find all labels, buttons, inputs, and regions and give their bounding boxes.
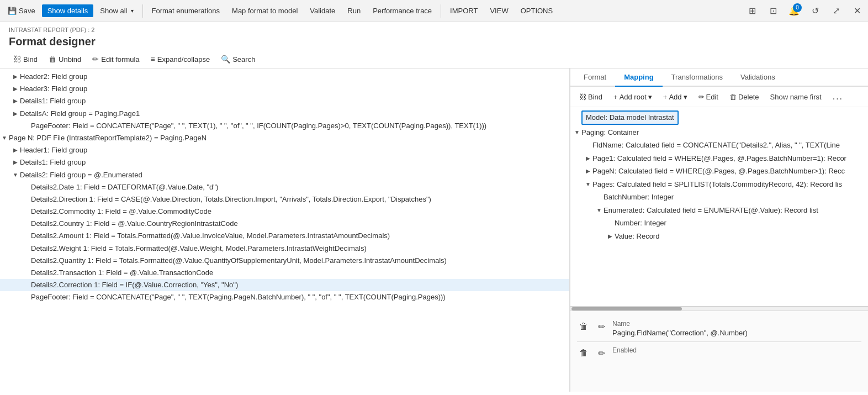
left-tree-item-details2_trans[interactable]: Details2.Transaction 1: Field = @.Value.… [0,267,569,279]
performance-trace-button[interactable]: Performance trace [367,4,437,17]
tab-format[interactable]: Format [575,69,615,87]
more-button[interactable]: ... [828,90,848,103]
expander-details2_dir[interactable] [22,194,31,196]
grid-icon-button[interactable]: ⊞ [743,2,761,20]
refresh-button[interactable]: ↺ [806,2,824,20]
right-expander-value[interactable]: ▶ [606,231,615,240]
left-tree-item-pagefooter2[interactable]: PageFooter: Field = CONCATENATE("Page", … [0,291,569,303]
right-expander-page1[interactable]: ▶ [584,153,592,162]
tab-transformations[interactable]: Transformations [663,69,732,87]
expander-details2_weight[interactable] [22,244,31,245]
right-expander-pages[interactable]: ▼ [584,179,592,188]
left-tree-item-details2_dir[interactable]: Details2.Direction 1: Field = CASE(@.Val… [0,193,569,206]
import-button[interactable]: IMPORT [444,4,483,17]
notification-badge: 0 [793,3,802,12]
right-tree-item-fldname[interactable]: FldName: Calculated field = CONCATENATE(… [570,139,868,152]
expander-details2_date[interactable] [22,182,31,183]
right-tree-item-value[interactable]: ▶Value: Record [570,230,868,243]
expander-pagefooter1[interactable] [22,121,31,122]
right-expander-paging[interactable]: ▼ [573,127,581,136]
expander-pagefooter2[interactable] [22,292,31,293]
search-button[interactable]: 🔍 Search [216,52,260,66]
show-name-first-button[interactable]: Show name first [766,91,826,103]
tab-mapping[interactable]: Mapping [615,69,662,87]
add-root-button[interactable]: + Add root ▾ [609,91,657,103]
separator-1 [142,4,143,18]
edit-enabled-icon[interactable]: ✏ [595,346,608,360]
enabled-row: 🗑 ✏ Enabled [570,342,868,364]
left-tree-item-pageN[interactable]: ▼Page N: PDF File (IntrastatReportTempla… [0,132,569,144]
restore-button[interactable]: ⤢ [827,2,845,20]
left-tree-item-pagefooter1[interactable]: PageFooter: Field = CONCATENATE("Page", … [0,120,569,132]
expander-details2_qty[interactable] [22,256,31,257]
expander-pageN[interactable]: ▼ [0,133,9,142]
right-expander-model[interactable] [573,110,581,112]
right-tree-item-pages[interactable]: ▼Pages: Calculated field = SPLITLIST(Tot… [570,178,868,191]
right-bind-button[interactable]: ⛓ Bind [575,91,607,103]
save-button[interactable]: 💾 Save [2,4,41,17]
add-button[interactable]: + Add ▾ [659,91,692,103]
expander-details2_corr[interactable] [22,280,31,281]
edit-formula-button[interactable]: ✏ Edit formula [88,52,144,66]
tab-validations[interactable]: Validations [732,69,784,87]
delete-row-icon[interactable]: 🗑 [577,320,590,333]
expander-header3[interactable]: ▶ [11,84,20,93]
left-tree-item-detailsA[interactable]: ▶DetailsA: Field group = Paging.Page1 [0,108,569,120]
expander-details2_comm[interactable] [22,207,31,208]
options-button[interactable]: OPTIONS [515,4,559,17]
expander-details2_amount[interactable] [22,231,31,232]
show-all-button[interactable]: Show all [94,4,139,17]
right-tree-item-number[interactable]: Number: Integer [570,217,868,230]
expander-details2_trans[interactable] [22,268,31,269]
left-tree-item-header2[interactable]: ▶Header2: Field group [0,71,569,83]
left-tree-item-details2_amount[interactable]: Details2.Amount 1: Field = Totals.Format… [0,230,569,242]
view-button[interactable]: VIEW [484,4,514,17]
right-tree-item-enumerated[interactable]: ▼Enumerated: Calculated field = ENUMERAT… [570,204,868,217]
left-tree-item-details1b[interactable]: ▶Details1: Field group [0,156,569,168]
right-tree-item-batchnumber[interactable]: BatchNumber: Integer [570,191,868,204]
right-expander-fldname[interactable] [584,140,592,141]
expander-detailsA[interactable]: ▶ [11,109,20,118]
expander-details2_country[interactable] [22,219,31,220]
left-tree-item-details2_country[interactable]: Details2.Country 1: Field = @.Value.Coun… [0,218,569,230]
left-tree-item-header3[interactable]: ▶Header3: Field group [0,83,569,95]
delete-enabled-icon[interactable]: 🗑 [577,346,590,360]
right-expander-enumerated[interactable]: ▼ [595,205,604,214]
left-tree-item-details2_date[interactable]: Details2.Date 1: Field = DATEFORMAT(@.Va… [0,181,569,193]
expander-header2[interactable]: ▶ [11,72,20,81]
horizontal-scrollbar[interactable] [570,307,868,311]
left-tree-item-header1[interactable]: ▶Header1: Field group [0,144,569,156]
right-expander-number[interactable] [606,218,615,219]
map-format-to-model-button[interactable]: Map format to model [226,4,303,17]
format-enumerations-button[interactable]: Format enumerations [146,4,226,17]
office-icon-button[interactable]: ⊡ [764,2,782,20]
show-details-button[interactable]: Show details [42,4,94,17]
left-tree-item-details1[interactable]: ▶Details1: Field group [0,95,569,107]
right-tree-item-paging[interactable]: ▼Paging: Container [570,126,868,139]
right-expander-pageN[interactable]: ▶ [584,166,592,175]
left-tree-item-details2[interactable]: ▼Details2: Field group = @.Enumerated [0,169,569,181]
left-tree-item-details2_corr[interactable]: Details2.Correction 1: Field = IF(@.Valu… [0,279,569,291]
tree-label-pagefooter2: PageFooter: Field = CONCATENATE("Page", … [31,292,446,302]
edit-button[interactable]: ✏ Edit [694,91,723,103]
plus-icon-2: + [663,93,668,101]
edit-row-icon[interactable]: ✏ [595,320,608,333]
expander-details1[interactable]: ▶ [11,96,20,105]
right-tree-item-pageN[interactable]: ▶PageN: Calculated field = WHERE(@.Pages… [570,165,868,178]
left-tree-item-details2_qty[interactable]: Details2.Quantity 1: Field = Totals.Form… [0,255,569,267]
left-tree-item-details2_weight[interactable]: Details2.Weight 1: Field = Totals.Format… [0,243,569,255]
bind-button[interactable]: ⛓ Bind [9,52,42,66]
right-tree-item-page1[interactable]: ▶Page1: Calculated field = WHERE(@.Pages… [570,152,868,165]
expand-collapse-button[interactable]: ≡ Expand/collapse [146,52,215,66]
close-button[interactable]: ✕ [848,2,866,20]
run-button[interactable]: Run [342,4,366,17]
validate-button[interactable]: Validate [304,4,341,17]
expander-header1[interactable]: ▶ [11,145,20,154]
right-expander-batchnumber[interactable] [595,192,604,193]
right-tree-item-model[interactable]: Model: Data model Intrastat [570,109,868,126]
expander-details1b[interactable]: ▶ [11,157,20,166]
unbind-button[interactable]: 🗑 Unbind [44,52,86,66]
left-tree-item-details2_comm[interactable]: Details2.Commodity 1: Field = @.Value.Co… [0,206,569,218]
expander-details2[interactable]: ▼ [11,170,20,179]
delete-button[interactable]: 🗑 Delete [725,91,764,103]
